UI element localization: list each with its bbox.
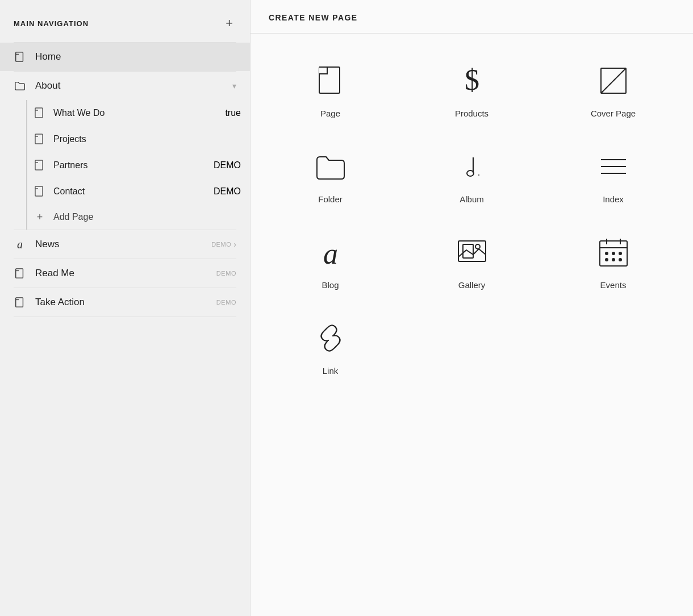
nav-item-news[interactable]: a News DEMO › bbox=[0, 230, 250, 259]
what-we-do-demo-badge: true bbox=[225, 108, 241, 118]
page-type-index[interactable]: Index bbox=[542, 131, 684, 217]
page-type-link-icon bbox=[311, 318, 350, 358]
blog-icon-news: a bbox=[14, 238, 26, 251]
nav-item-news-label: News bbox=[35, 239, 207, 250]
page-icon-what-we-do bbox=[34, 107, 45, 119]
panel-header: CREATE NEW PAGE bbox=[251, 0, 693, 34]
page-type-cover-page-icon bbox=[594, 61, 633, 101]
svg-rect-6 bbox=[35, 160, 43, 170]
page-type-products-icon: $ bbox=[452, 61, 492, 101]
contact-demo-badge: DEMO bbox=[214, 186, 241, 197]
sub-item-what-we-do[interactable]: What We Do true bbox=[27, 100, 250, 126]
plus-icon: + bbox=[34, 211, 45, 223]
page-type-products-label: Products bbox=[455, 109, 489, 118]
page-type-index-icon bbox=[594, 147, 633, 186]
add-page-button[interactable]: + Add Page bbox=[27, 205, 250, 230]
svg-text:.: . bbox=[478, 168, 480, 177]
svg-point-35 bbox=[612, 259, 615, 261]
svg-rect-2 bbox=[35, 108, 43, 118]
nav-item-about[interactable]: About ▾ bbox=[0, 72, 250, 100]
page-type-link-label: Link bbox=[323, 366, 339, 376]
svg-point-31 bbox=[606, 252, 608, 255]
panel-title: CREATE NEW PAGE bbox=[269, 13, 358, 22]
page-type-blog-label: Blog bbox=[322, 280, 339, 290]
nav-item-about-label: About bbox=[35, 80, 230, 91]
news-chevron: › bbox=[233, 240, 236, 249]
page-type-cover-page-label: Cover Page bbox=[591, 109, 636, 118]
svg-point-33 bbox=[619, 252, 621, 255]
nav-item-take-action-label: Take Action bbox=[35, 297, 212, 308]
nav-item-home[interactable]: Home bbox=[0, 43, 250, 71]
add-page-label: Add Page bbox=[53, 212, 93, 222]
svg-rect-0 bbox=[16, 52, 23, 61]
take-action-demo-badge: DEMO bbox=[216, 299, 236, 306]
sub-item-projects[interactable]: Projects bbox=[27, 126, 250, 152]
page-type-folder[interactable]: Folder bbox=[260, 131, 401, 217]
page-icon-projects bbox=[34, 134, 45, 145]
page-type-album-icon: . bbox=[452, 147, 492, 186]
sub-item-contact-label: Contact bbox=[53, 186, 214, 197]
page-types-grid: Page $ Products Cover Page bbox=[251, 34, 693, 399]
svg-rect-12 bbox=[16, 298, 23, 307]
page-type-album[interactable]: . Album bbox=[401, 131, 542, 217]
page-type-link[interactable]: Link bbox=[260, 302, 401, 388]
svg-line-17 bbox=[601, 68, 626, 93]
page-type-events[interactable]: Events bbox=[542, 217, 684, 302]
svg-point-32 bbox=[612, 252, 615, 255]
nav-item-take-action[interactable]: Take Action DEMO bbox=[0, 288, 250, 317]
nav-item-home-label: Home bbox=[35, 51, 236, 63]
page-type-page-icon bbox=[311, 61, 350, 101]
news-demo-badge: DEMO bbox=[211, 241, 231, 248]
svg-rect-10 bbox=[16, 269, 23, 278]
page-type-cover-page[interactable]: Cover Page bbox=[542, 45, 684, 131]
page-icon-contact bbox=[34, 186, 45, 197]
svg-text:$: $ bbox=[465, 64, 479, 96]
divider-5 bbox=[14, 317, 236, 317]
sub-item-projects-label: Projects bbox=[53, 134, 241, 144]
nav-item-read-me-label: Read Me bbox=[35, 268, 212, 279]
page-icon-read-me bbox=[14, 267, 26, 280]
sub-item-what-we-do-label: What We Do bbox=[53, 108, 225, 118]
sidebar: MAIN NAVIGATION + Home About ▾ bbox=[0, 0, 250, 616]
page-icon bbox=[14, 51, 26, 63]
page-icon-partners bbox=[34, 160, 45, 171]
sub-item-contact[interactable]: Contact DEMO bbox=[27, 178, 250, 205]
svg-rect-4 bbox=[35, 134, 43, 144]
svg-rect-8 bbox=[35, 186, 43, 196]
page-type-album-label: Album bbox=[460, 194, 484, 204]
sidebar-title: MAIN NAVIGATION bbox=[14, 19, 89, 28]
svg-point-34 bbox=[606, 259, 608, 261]
page-type-page-label: Page bbox=[320, 109, 340, 118]
svg-point-36 bbox=[619, 259, 621, 261]
page-type-events-label: Events bbox=[600, 280, 627, 290]
svg-point-26 bbox=[475, 244, 480, 249]
page-icon-take-action bbox=[14, 296, 26, 309]
sub-item-partners[interactable]: Partners DEMO bbox=[27, 152, 250, 178]
svg-text:a: a bbox=[323, 238, 338, 269]
partners-demo-badge: DEMO bbox=[214, 160, 241, 170]
page-type-gallery-label: Gallery bbox=[458, 280, 486, 290]
page-type-gallery-icon bbox=[452, 232, 492, 272]
add-nav-item-button[interactable]: + bbox=[222, 16, 236, 31]
sub-item-partners-label: Partners bbox=[53, 160, 214, 170]
page-type-events-icon bbox=[594, 232, 633, 272]
about-chevron: ▾ bbox=[232, 81, 236, 90]
page-type-folder-icon bbox=[311, 147, 350, 186]
page-type-blog-icon: a bbox=[311, 232, 350, 272]
nav-item-read-me[interactable]: Read Me DEMO bbox=[0, 259, 250, 288]
right-panel: CREATE NEW PAGE Page $ Products bbox=[250, 0, 693, 616]
page-type-blog[interactable]: a Blog bbox=[260, 217, 401, 302]
page-type-gallery[interactable]: Gallery bbox=[401, 217, 542, 302]
about-sub-items: What We Do true Projects Partners DE bbox=[26, 100, 250, 230]
read-me-demo-badge: DEMO bbox=[216, 270, 236, 277]
folder-icon-about bbox=[14, 80, 26, 92]
page-type-page[interactable]: Page bbox=[260, 45, 401, 131]
page-type-folder-label: Folder bbox=[318, 194, 343, 204]
sidebar-header: MAIN NAVIGATION + bbox=[0, 0, 250, 42]
page-type-index-label: Index bbox=[603, 194, 624, 204]
page-type-products[interactable]: $ Products bbox=[401, 45, 542, 131]
